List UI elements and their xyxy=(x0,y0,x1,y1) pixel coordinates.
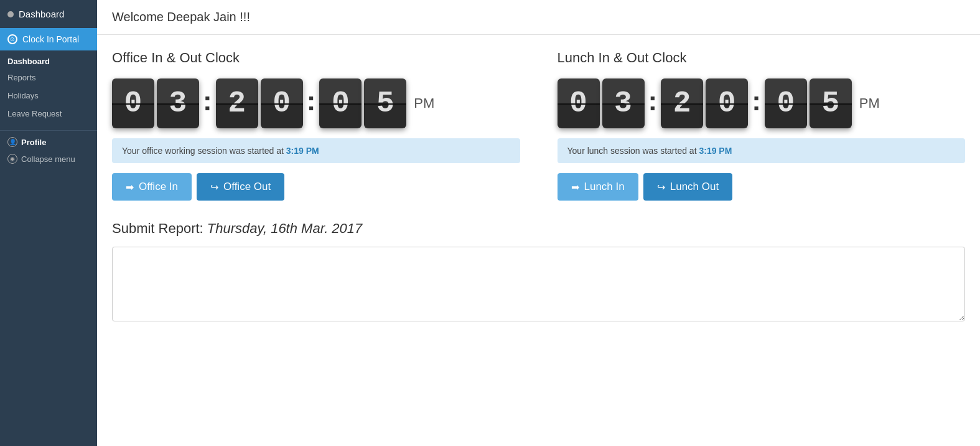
sidebar-profile-header[interactable]: 👤 Profile xyxy=(0,131,97,149)
office-flip-clock: 0 3 : 2 0 : 0 5 PM xyxy=(112,78,520,128)
report-textarea[interactable] xyxy=(112,247,965,321)
office-clock-title: Office In & Out Clock xyxy=(112,50,520,66)
lunch-clock-section: Lunch In & Out Clock 0 3 : 2 0 : 0 5 PM … xyxy=(558,50,966,201)
submit-report-title: Submit Report: Thursday, 16th Mar. 2017 xyxy=(112,221,965,237)
lunch-out-label: Lunch Out xyxy=(670,181,719,193)
lunch-sep-2: : xyxy=(752,85,761,121)
office-out-label: Office Out xyxy=(223,181,271,193)
lunch-in-label: Lunch In xyxy=(584,181,625,193)
lunch-ampm: PM xyxy=(859,95,880,112)
lunch-session-time: 3:19 PM xyxy=(699,146,732,156)
office-in-label: Office In xyxy=(139,181,178,193)
office-digit-0: 0 xyxy=(112,78,154,128)
submit-report-section: Submit Report: Thursday, 16th Mar. 2017 xyxy=(112,221,965,324)
office-clock-buttons: ➡ Office In ↪ Office Out xyxy=(112,173,520,201)
office-ampm: PM xyxy=(414,95,434,112)
office-digit-1: 3 xyxy=(157,78,199,128)
lunch-flip-clock: 0 3 : 2 0 : 0 5 PM xyxy=(558,78,966,128)
lunch-session-prefix: Your lunch session was started at xyxy=(567,146,699,156)
profile-label: Profile xyxy=(21,138,46,147)
collapse-label: Collapse menu xyxy=(21,154,75,164)
lunch-clock-buttons: ➡ Lunch In ↪ Lunch Out xyxy=(558,173,966,201)
welcome-bar: Welcome Deepak Jain !!! xyxy=(97,0,980,35)
lunch-out-icon: ↪ xyxy=(657,181,665,193)
app-dot-icon xyxy=(7,11,14,17)
clock-icon: ⊙ xyxy=(7,34,17,44)
sidebar-item-holidays[interactable]: Holidays xyxy=(0,87,97,105)
sidebar: Dashboard ⊙ Clock In Portal Dashboard Re… xyxy=(0,0,97,446)
sidebar-profile-section: 👤 Profile ◉ Collapse menu xyxy=(0,130,97,168)
app-title-label: Dashboard xyxy=(19,9,64,19)
office-digit-2: 2 xyxy=(216,78,258,128)
clock-in-portal-label: Clock In Portal xyxy=(22,34,79,44)
office-in-button[interactable]: ➡ Office In xyxy=(112,173,192,201)
lunch-session-info: Your lunch session was started at 3:19 P… xyxy=(558,138,966,163)
office-in-icon: ➡ xyxy=(126,181,134,193)
office-session-prefix: Your office working session was started … xyxy=(122,146,286,156)
office-digit-4: 0 xyxy=(319,78,362,128)
office-clock-section: Office In & Out Clock 0 3 : 2 0 : 0 5 PM… xyxy=(112,50,520,201)
office-digit-3: 0 xyxy=(261,78,303,128)
office-out-button[interactable]: ↪ Office Out xyxy=(197,173,284,201)
sidebar-item-clock-in-portal[interactable]: ⊙ Clock In Portal xyxy=(0,28,97,50)
profile-icon: 👤 xyxy=(7,137,17,147)
submit-report-prefix: Submit Report: xyxy=(112,221,207,236)
submit-report-date: Thursday, 16th Mar. 2017 xyxy=(207,221,362,236)
lunch-digit-3: 0 xyxy=(706,78,748,128)
sidebar-item-reports[interactable]: Reports xyxy=(0,69,97,87)
lunch-digit-0: 0 xyxy=(558,78,600,128)
welcome-text: Welcome Deepak Jain !!! xyxy=(112,10,250,24)
app-title-bar[interactable]: Dashboard xyxy=(0,0,97,28)
lunch-digit-5: 5 xyxy=(810,78,852,128)
lunch-out-button[interactable]: ↪ Lunch Out xyxy=(643,173,732,201)
lunch-digit-1: 3 xyxy=(602,78,645,128)
collapse-icon: ◉ xyxy=(7,154,17,164)
sidebar-item-leave-request[interactable]: Leave Request xyxy=(0,105,97,123)
main-content: Welcome Deepak Jain !!! Office In & Out … xyxy=(97,0,980,446)
office-sep-2: : xyxy=(307,85,316,121)
office-digit-5: 5 xyxy=(364,78,406,128)
office-out-icon: ↪ xyxy=(210,181,218,193)
lunch-in-button[interactable]: ➡ Lunch In xyxy=(558,173,638,201)
collapse-menu-item[interactable]: ◉ Collapse menu xyxy=(0,149,97,168)
sidebar-section-dashboard: Dashboard xyxy=(0,50,97,69)
lunch-digit-2: 2 xyxy=(661,78,703,128)
office-session-time: 3:19 PM xyxy=(286,146,319,156)
lunch-digit-4: 0 xyxy=(765,78,807,128)
office-sep-1: : xyxy=(203,85,212,121)
content-area: Office In & Out Clock 0 3 : 2 0 : 0 5 PM… xyxy=(97,35,980,339)
clocks-row: Office In & Out Clock 0 3 : 2 0 : 0 5 PM… xyxy=(112,50,965,201)
lunch-clock-title: Lunch In & Out Clock xyxy=(558,50,966,66)
office-session-info: Your office working session was started … xyxy=(112,138,520,163)
lunch-sep-1: : xyxy=(648,85,658,121)
lunch-in-icon: ➡ xyxy=(571,181,579,193)
